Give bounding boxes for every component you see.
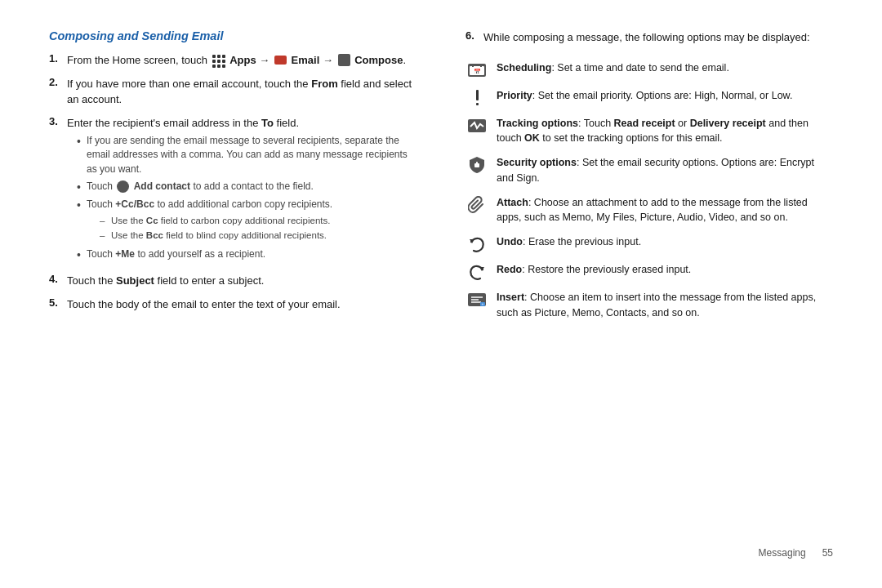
step-1: 1. From the Home screen, touch Apps → Em… [49, 52, 416, 69]
svg-text:📅: 📅 [474, 68, 481, 75]
step-5-content: Touch the body of the email to enter the… [67, 296, 416, 313]
undo-svg [468, 235, 486, 253]
attach-icon [466, 196, 488, 214]
scheduling-icon: 📅 [466, 61, 488, 79]
step-2-number: 2. [49, 76, 64, 88]
step-1-number: 1. [49, 52, 64, 65]
bullet-dot: • [77, 134, 87, 149]
bullet-3-4-text: Touch +Me to add yourself as a recipient… [87, 247, 416, 261]
step-3-content: Enter the recipient's email address in t… [67, 115, 416, 266]
step-6-intro: While composing a message, the following… [483, 29, 810, 46]
priority-svg [473, 90, 481, 106]
footer-label: Messaging [759, 547, 806, 559]
insert-icon: + [466, 291, 488, 309]
step-6-number: 6. [466, 29, 480, 42]
step-6-intro-wrap: 6. While composing a message, the follow… [466, 29, 833, 54]
svg-marker-10 [470, 239, 474, 243]
footer-page-number: 55 [822, 547, 833, 559]
right-item-attach: Attach: Choose an attachment to add to t… [466, 195, 833, 226]
right-item-insert: + Insert: Choose an item to insert into … [466, 290, 833, 321]
redo-svg [468, 263, 486, 281]
scheduling-svg: 📅 [467, 62, 487, 78]
security-text: Security options: Set the email security… [497, 155, 833, 186]
insert-svg: + [467, 292, 487, 308]
redo-icon [466, 263, 488, 281]
insert-text: Insert: Choose an item to insert into th… [497, 290, 833, 321]
undo-icon [466, 235, 488, 253]
bullet-3-3: • Touch +Cc/Bcc to add additional carbon… [77, 198, 416, 244]
section-title: Composing and Sending Email [49, 29, 416, 42]
bullet-dot: • [77, 198, 87, 212]
right-column: 6. While composing a message, the follow… [457, 29, 833, 541]
bullet-3-1-text: If you are sending the email message to … [87, 134, 416, 176]
security-icon [466, 156, 488, 174]
tracking-text: Tracking options: Touch Read receipt or … [497, 116, 833, 147]
step-1-content: From the Home screen, touch Apps → Email… [67, 52, 416, 69]
step-4-number: 4. [49, 273, 64, 285]
scheduling-text: Scheduling: Set a time and date to send … [497, 60, 833, 76]
svg-rect-6 [476, 103, 479, 105]
tracking-svg [467, 118, 487, 134]
undo-text: Undo: Erase the previous input. [497, 234, 833, 250]
right-item-scheduling: 📅 Scheduling: Set a time and date to sen… [466, 60, 833, 79]
tracking-icon [466, 117, 488, 135]
compose-icon [338, 54, 350, 66]
right-item-tracking: Tracking options: Touch Read receipt or … [466, 116, 833, 147]
redo-text: Redo: Restore the previously erased inpu… [497, 262, 833, 278]
svg-marker-11 [479, 267, 484, 271]
step-3-bullets: • If you are sending the email message t… [77, 134, 416, 262]
dash: – [100, 214, 111, 228]
step-3-number: 3. [49, 115, 64, 127]
contact-icon [117, 180, 129, 193]
apps-icon [212, 55, 225, 68]
footer: Messaging 55 [49, 541, 833, 559]
right-item-redo: Redo: Restore the previously erased inpu… [466, 262, 833, 281]
step-4-content: Touch the Subject field to enter a subje… [67, 273, 416, 289]
page: Composing and Sending Email 1. From the … [0, 0, 882, 588]
step-3: 3. Enter the recipient's email address i… [49, 115, 416, 266]
dash: – [100, 229, 111, 243]
step-2: 2. If you have more than one email accou… [49, 76, 416, 108]
attach-svg [468, 196, 486, 214]
sub-bullet-bcc-text: Use the Bcc field to blind copy addition… [111, 229, 327, 243]
bullet-3-2: • Touch Add contact to add a contact to … [77, 180, 416, 194]
bullet-3-2-text: Touch Add contact to add a contact to th… [87, 180, 416, 194]
sub-bullet-cc-text: Use the Cc field to carbon copy addition… [111, 214, 331, 228]
left-column: Composing and Sending Email 1. From the … [49, 29, 425, 541]
right-item-security: Security options: Set the email security… [466, 155, 833, 186]
svg-rect-5 [476, 90, 479, 100]
bullet-3-4: • Touch +Me to add yourself as a recipie… [77, 247, 416, 262]
step-5-number: 5. [49, 296, 64, 309]
bullet-dot: • [77, 180, 87, 194]
security-svg [469, 156, 485, 174]
bullet-3-3-text: Touch +Cc/Bcc to add additional carbon c… [87, 198, 416, 244]
priority-icon [466, 89, 488, 107]
right-item-undo: Undo: Erase the previous input. [466, 234, 833, 253]
svg-rect-9 [476, 162, 478, 165]
svg-text:+: + [482, 301, 484, 306]
sub-bullets: – Use the Cc field to carbon copy additi… [100, 214, 416, 243]
right-item-priority: Priority: Set the email priority. Option… [466, 88, 833, 107]
bullet-dot: • [77, 247, 87, 262]
attach-text: Attach: Choose an attachment to add to t… [497, 195, 833, 226]
step-2-content: If you have more than one email account,… [67, 76, 416, 108]
email-icon [274, 56, 287, 65]
step-4: 4. Touch the Subject field to enter a su… [49, 273, 416, 289]
sub-bullet-bcc: – Use the Bcc field to blind copy additi… [100, 229, 416, 243]
priority-text: Priority: Set the email priority. Option… [497, 88, 833, 104]
sub-bullet-cc: – Use the Cc field to carbon copy additi… [100, 214, 416, 228]
step-5: 5. Touch the body of the email to enter … [49, 296, 416, 313]
bullet-3-1: • If you are sending the email message t… [77, 134, 416, 176]
